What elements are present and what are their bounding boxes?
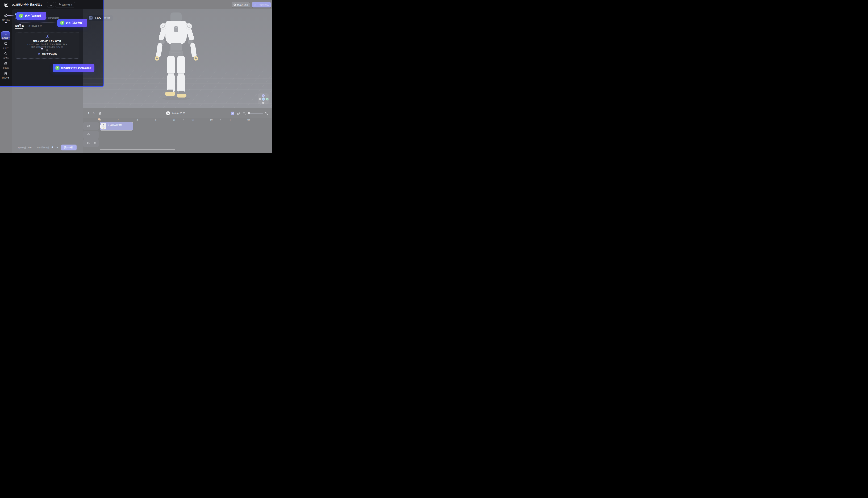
ruler-label: 16f: [247, 119, 250, 121]
cost-label: 本次消耗积分: [37, 146, 50, 149]
sidebar-item-expression-library[interactable]: 表情库: [0, 42, 12, 49]
playback-toolbar: ↺ ↻ 00:00 / 00:30: [83, 108, 272, 118]
audio-arrange-panel: 音频编排 通过上传的音频智能生成动作和表情的音频编排素材 添加音频 使用合成素材…: [12, 9, 83, 153]
cost-value: 10: [55, 146, 58, 149]
person-track-icon: [87, 133, 90, 137]
clip-left-handle[interactable]: [100, 125, 101, 128]
timeline-scrollbar[interactable]: [100, 149, 175, 150]
cloud-unsaved-icon: [58, 3, 61, 6]
pencil-icon: [49, 3, 52, 6]
tutorial-step-1: 1 选择「音频编排」: [16, 12, 46, 20]
robot-name: 灵犀X2: [94, 16, 101, 19]
step-2-text: 选择【添加音频】: [66, 21, 85, 25]
undo-icon[interactable]: ↺: [87, 108, 89, 118]
task-list-icon: [4, 72, 8, 76]
app-logo-icon: [4, 2, 9, 8]
deploy-to-device-button[interactable]: 下发到设备: [252, 2, 271, 8]
audio-track-header[interactable]: [83, 139, 99, 147]
ruler-tick: [220, 119, 221, 120]
ruler-label: 12f: [210, 119, 213, 121]
ruler-tick: [146, 119, 146, 120]
robot-avatar: [89, 16, 93, 20]
sidebar-item-motion-mimic[interactable]: 动作模仿: [0, 14, 12, 21]
face-icon: [4, 42, 8, 46]
viewport-axis-gizmo[interactable]: Z Y X: [258, 93, 269, 104]
delete-icon[interactable]: [99, 108, 102, 118]
tutorial-step-2: 2 选择【添加音频】: [57, 19, 87, 27]
save-icon: [233, 3, 236, 6]
time-display: 00:00 / 00:30: [172, 112, 185, 115]
timeline-zoom-slider-track[interactable]: [248, 113, 263, 114]
step-1-badge: 1: [19, 14, 23, 18]
active-tab-underline: [15, 28, 23, 29]
person-icon: [4, 52, 8, 56]
upload-format-hint: 支持mp3、wav、Flac格式，音频长度不超过5分钟: [15, 43, 79, 45]
ruler-label: 10f: [192, 119, 194, 121]
or-divider-label: 或: [15, 49, 79, 51]
play-icon: [168, 113, 169, 114]
credit-coin-icon: [51, 146, 54, 149]
expression-track-header[interactable]: [83, 122, 99, 130]
zoom-in-icon[interactable]: [265, 108, 268, 118]
volume-icon[interactable]: [93, 141, 96, 145]
svg-text:X: X: [267, 99, 268, 100]
step-3-badge: 3: [55, 66, 60, 70]
robot-model: [145, 11, 208, 101]
timeline-zoom-slider-knob[interactable]: [248, 112, 250, 114]
footer-separator: │: [34, 146, 35, 149]
ruler-label: 8f: [173, 119, 175, 121]
start-arrange-button[interactable]: 开始编排: [61, 145, 77, 150]
ruler-label: 14f: [229, 119, 231, 121]
save-compose-button[interactable]: 合成并保存: [232, 2, 250, 8]
clip-right-handle[interactable]: [132, 125, 132, 128]
zoom-out-icon[interactable]: [243, 108, 246, 118]
tutorial-step-3: 3 拖拽音频文件至此区域或单击: [53, 64, 94, 72]
file-unsaved-status: 文件未保存: [55, 2, 75, 8]
audio-arrange-icon: [4, 32, 8, 36]
keyframe-snap-icon[interactable]: [231, 112, 234, 115]
robot-model-badge: 灵犀X2 青春版: [88, 15, 113, 21]
sidebar-item-audio-library[interactable]: 音频库: [0, 62, 12, 69]
playhead-line: [99, 121, 99, 149]
upload-title: 拖拽至此或点击上传音频文件: [15, 40, 79, 43]
step-1-text: 选择「音频编排」: [25, 14, 43, 17]
tab-add-audio[interactable]: 添加音频: [15, 25, 24, 28]
ruler-label: 4f: [136, 119, 138, 121]
step-2-badge: 2: [60, 21, 64, 25]
step-3-text: 拖拽音频文件至此区域或单击: [61, 66, 92, 69]
top-bar: A1机器人动作-我的项目1 文件未保存: [0, 0, 272, 9]
svg-text:Y: Y: [263, 99, 264, 100]
fit-width-icon[interactable]: [236, 108, 240, 118]
motion-track-header[interactable]: [83, 131, 99, 139]
walking-person-icon: [107, 123, 109, 126]
app-window: A1机器人动作-我的项目1 文件未保存: [0, 0, 272, 153]
upload-audio-sparkle-icon: [45, 34, 50, 39]
record-with-mic-button[interactable]: 使用麦克风录制: [15, 52, 79, 56]
sidebar-item-audio-arrange[interactable]: 音频编排: [1, 31, 10, 40]
clip-thumbnail: [101, 123, 106, 129]
upload-language-hint: 注意:目前仅支持中文和英文语言的识别: [15, 46, 79, 48]
credits-remaining-label: 剩余积分: [18, 146, 26, 149]
timeline-area: 0f 2f 4f 6f 8f 10f 12f 14f 16f: [83, 118, 272, 153]
credits-remaining-value: 300: [28, 146, 31, 149]
play-button[interactable]: [166, 111, 170, 116]
robot-download-icon: [254, 3, 257, 6]
sidebar-item-motion-library[interactable]: 动作库: [0, 52, 12, 60]
redo-icon[interactable]: ↻: [93, 108, 95, 118]
robot-3d-viewport[interactable]: 灵犀X2 青春版 Z Y X: [83, 9, 272, 108]
left-nav-sidebar: 动作模仿 音频编排 表情库: [0, 9, 12, 153]
ruler-label: 6f: [155, 119, 156, 121]
ruler-tick: [202, 119, 202, 120]
microphone-sparkle-icon: [37, 52, 41, 56]
record-disc-icon: [87, 141, 90, 145]
face-track-icon: [87, 124, 90, 128]
audio-upload-dropzone[interactable]: 拖拽至此或点击上传音频文件 支持mp3、wav、Flac格式，音频长度不超过5分…: [15, 32, 79, 58]
motion-clip[interactable]: 超帅走路姿势: [100, 122, 133, 131]
svg-text:Z: Z: [263, 95, 264, 97]
sidebar-item-my-tasks[interactable]: 我的任务: [0, 72, 12, 79]
rename-project-button[interactable]: [47, 2, 54, 8]
credits-footer: 剩余积分 300 │ 本次消耗积分 10 开始编排: [12, 144, 83, 151]
clip-label: 超帅走路姿势: [107, 123, 122, 126]
tab-use-synth-material[interactable]: 使用合成素材: [28, 25, 42, 28]
robot-edition: 青春版: [104, 16, 111, 19]
